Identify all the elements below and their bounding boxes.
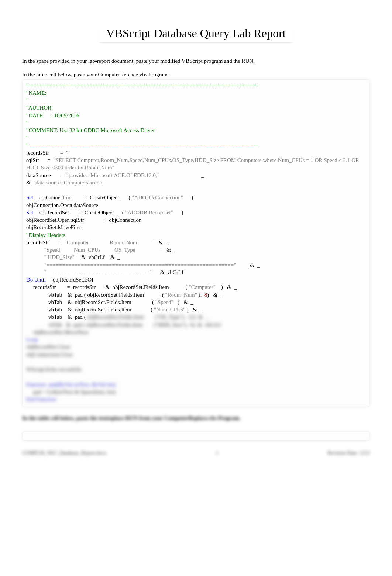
code-lp-6: (: [151, 307, 152, 313]
code-lp-2: (: [122, 210, 124, 215]
code-underscore-1: _: [201, 172, 204, 178]
code-tick-3: ': [26, 135, 27, 141]
code-fld-speed: "Speed": [155, 299, 173, 305]
code-ampcont-8: & _: [193, 307, 203, 313]
code-sep2: "=================================": [44, 269, 152, 275]
code-bar-top: '=======================================…: [26, 83, 258, 89]
code-eq-2: =: [48, 157, 51, 163]
code-adodb-rs: "ADODB.Recordset": [125, 210, 173, 215]
code-eq-3: =: [61, 172, 63, 178]
code-vbtab-3: vbTab: [48, 307, 62, 313]
code-author-label: ' AUTHOR:: [26, 105, 53, 111]
code-amp-5: &: [68, 292, 72, 298]
footer-right: Revision Date: 1213: [327, 450, 370, 456]
code-eq-4: =: [84, 194, 87, 200]
code-open-ds: objConnection.Open dataSource: [26, 202, 98, 208]
code-vbcrlf-2: vbCrLf: [167, 269, 183, 275]
code-eq-7: =: [67, 284, 70, 290]
code-ampcont-5: & _: [227, 284, 237, 290]
code-vbtab-2: vbTab: [48, 299, 62, 305]
code-comment-line: ' COMMENT: Use 32 bit ODBC Microsoft Acc…: [26, 127, 155, 133]
code-rp-6: ): [178, 299, 179, 305]
code-ds-val2: "data source=Computers.accdb": [33, 180, 104, 186]
code-sep1: "=======================================…: [44, 262, 236, 268]
footer-center: 1: [216, 450, 218, 456]
code-rs-open-conn: objConnection: [109, 217, 141, 223]
code-rp-2: ): [181, 210, 183, 215]
code-hdr3: " HDD_Size": [44, 254, 75, 260]
code-createobj-1: CreateObject: [90, 194, 119, 200]
code-empty-quotes: "": [66, 150, 71, 156]
code-rs-open: objRecordSet.Open sqlStr: [26, 217, 84, 223]
footer: COMP230_Wk7_Database_Report.docx 1 Revis…: [22, 450, 370, 456]
code-amp-1: &: [26, 180, 31, 186]
code-lp-4: (: [162, 292, 164, 298]
instruction-1: In the table cell below, paste your Comp…: [22, 72, 370, 78]
code-rp-7: ): [187, 307, 189, 313]
code-set-1: Set: [26, 194, 33, 200]
code-hdr2: "Speed Num_CPUs OS_Type ": [44, 247, 162, 253]
code-eq-6: =: [59, 239, 62, 245]
code-amp-3: &: [160, 269, 165, 275]
code-ampcont-2: & _: [166, 247, 176, 253]
code-ampcont-4: & _: [250, 262, 260, 268]
code-block-1: '=======================================…: [22, 79, 370, 407]
blurred-code-area: objRecordSet.Fields.Item ("OS_Type"), 12…: [26, 314, 221, 402]
code-fld-room: "Room_Num": [165, 292, 197, 298]
code-disp-headers: ' Display Headers: [26, 232, 65, 238]
code-movefirst: objRecordSet.MoveFirst: [26, 224, 81, 230]
code-rseof: objRecordSet.EOF: [53, 277, 95, 283]
code-adodb-conn: "ADODB.Connection": [132, 194, 183, 200]
code-rp-3: ): [221, 284, 223, 290]
code-lp-3: (: [186, 284, 188, 290]
code-rp-1: ): [191, 194, 193, 200]
code-fieldsitem-1: objRecordSet.Fields.Item: [112, 284, 169, 290]
code-fld-computer: "Computer": [189, 284, 216, 290]
code-ds-val1: "provider=Microsoft.ACE.OLEDB.12.0;": [66, 172, 159, 178]
code-eq-1: =: [60, 150, 63, 156]
code-fld-numcpus: "Num_CPUs": [154, 307, 185, 313]
instruction-2: In the table cell below, paste the testr…: [22, 415, 370, 421]
code-recordsstr: recordsStr: [26, 150, 49, 156]
code-vbcrlf-1: vbCrLf: [89, 254, 105, 260]
code-objconn: objConnection: [39, 194, 71, 200]
code-date-line: ' DATE : 10/09/2016: [26, 113, 79, 118]
code-fieldsitem-2: objRecordSet.Fields.Item: [87, 292, 144, 298]
code-vbtab-1: vbTab: [48, 292, 62, 298]
code-dountil: Do Until: [26, 277, 46, 283]
code-padopen-2: pad (: [75, 314, 86, 320]
code-bar-bottom: '=======================================…: [26, 142, 258, 148]
title-text: VBScript Database Query Lab Report: [99, 26, 293, 42]
code-sqlstr: sqlStr: [26, 157, 39, 163]
code-amp-6: &: [68, 299, 72, 305]
code-recordsstr-2: recordsStr: [26, 239, 49, 245]
code-rp-4: ): [199, 292, 200, 298]
code-rp-5: ): [207, 292, 209, 298]
code-lp-1: (: [129, 194, 131, 200]
code-amp-8: &: [68, 314, 72, 320]
code-block-2: [22, 432, 370, 441]
code-tick-1: ': [26, 97, 27, 103]
code-lp-5: (: [152, 299, 154, 305]
code-set-2: Set: [26, 210, 33, 215]
code-ampcont-7: & _: [183, 299, 193, 305]
code-eq-5: =: [79, 210, 82, 215]
code-datasource: dataSource: [26, 172, 51, 178]
code-recordsstr-4: recordsStr: [73, 284, 96, 290]
code-fieldsitem-3: objRecordSet.Fields.Item: [75, 299, 131, 305]
code-tick-2: ': [26, 120, 27, 126]
code-ampcont-1: & _: [159, 239, 169, 245]
code-fieldsitem-4: objRecordSet.Fields.Item: [75, 307, 131, 313]
footer-left: COMP230_Wk7_Database_Report.docx: [22, 450, 107, 456]
code-createobj-2: CreateObject: [85, 210, 114, 215]
code-vbtab-4: vbTab: [48, 314, 62, 320]
code-hdr1: "Computer Room_Num ": [65, 239, 155, 245]
intro-paragraph: In the space provided in your lab-report…: [22, 57, 370, 65]
code-name-label: ' NAME:: [26, 90, 47, 96]
code-amp-4: &: [105, 284, 110, 290]
code-amp-7: &: [68, 307, 72, 313]
code-recordsstr-3: recordsStr: [33, 284, 56, 290]
code-amp-2: &: [81, 254, 86, 260]
code-sqlstr-val: "SELECT Computer,Room_Num,Speed,Num_CPUs…: [26, 157, 361, 170]
code-objrs: objRecordSet: [39, 210, 69, 215]
